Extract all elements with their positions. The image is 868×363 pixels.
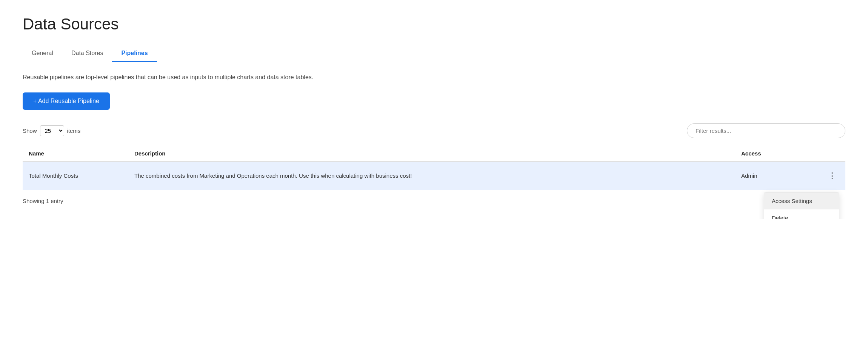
- row-actions: ⋮ Access Settings Delete: [817, 169, 839, 182]
- table-row: Total Monthly Costs The combined costs f…: [23, 162, 845, 190]
- dropdown-access-settings[interactable]: Access Settings: [764, 192, 839, 209]
- header-actions: [817, 150, 839, 157]
- tab-pipelines[interactable]: Pipelines: [112, 45, 157, 62]
- row-kebab-button[interactable]: ⋮: [825, 169, 839, 182]
- dropdown-delete[interactable]: Delete: [764, 209, 839, 219]
- header-description: Description: [134, 150, 741, 157]
- showing-text: Showing 1 entry: [23, 198, 845, 204]
- tab-data-stores[interactable]: Data Stores: [62, 45, 112, 62]
- description-text: Reusable pipelines are top-level pipelin…: [23, 73, 845, 82]
- show-label: Show: [23, 128, 37, 134]
- header-access: Access: [741, 150, 817, 157]
- controls-row: Show 25 50 100 items: [23, 123, 845, 138]
- show-count-select[interactable]: 25 50 100: [40, 125, 64, 136]
- header-name: Name: [29, 150, 134, 157]
- filter-input[interactable]: [687, 123, 845, 138]
- row-dropdown-menu: Access Settings Delete: [764, 192, 839, 219]
- items-label: items: [67, 128, 81, 134]
- page-container: Data Sources General Data Stores Pipelin…: [0, 0, 868, 219]
- show-items-control: Show 25 50 100 items: [23, 125, 80, 136]
- row-access: Admin: [741, 172, 817, 180]
- add-reusable-pipeline-button[interactable]: + Add Reusable Pipeline: [23, 92, 110, 110]
- table-container: Name Description Access Total Monthly Co…: [23, 146, 845, 190]
- tab-general[interactable]: General: [23, 45, 62, 62]
- table-header: Name Description Access: [23, 146, 845, 162]
- tabs-container: General Data Stores Pipelines: [23, 45, 845, 62]
- row-name: Total Monthly Costs: [29, 172, 134, 180]
- page-title: Data Sources: [23, 15, 845, 33]
- row-description: The combined costs from Marketing and Op…: [134, 172, 741, 180]
